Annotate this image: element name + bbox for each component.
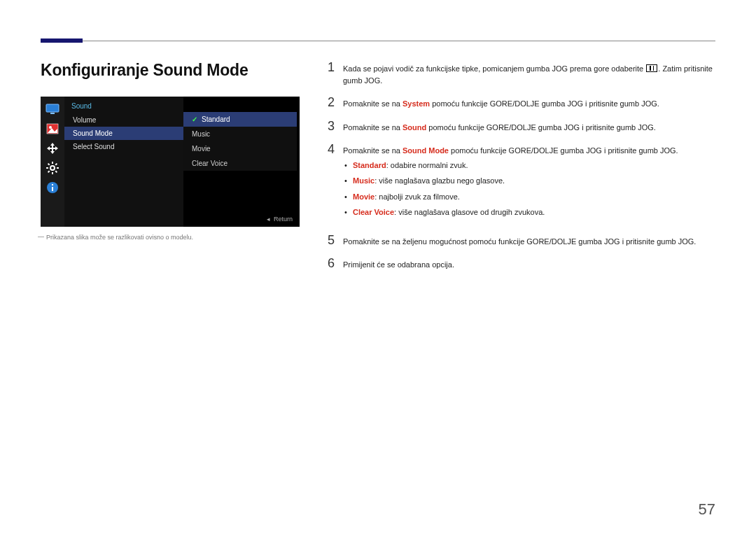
svg-line-13	[48, 171, 50, 172]
step-1: 1 Kada se pojavi vodič za funkcijske tip…	[325, 61, 715, 86]
osd-sub-clearvoice: Clear Voice	[183, 156, 297, 171]
svg-point-3	[49, 126, 52, 129]
step-3: 3 Pomaknite se na Sound pomoću funkcije …	[325, 120, 715, 134]
osd-row-sound-mode: Sound Mode	[64, 127, 183, 140]
picture-icon	[45, 122, 60, 136]
svg-rect-16	[52, 187, 53, 191]
gear-icon	[45, 161, 60, 175]
osd-return-hint: ◂ Return	[267, 216, 293, 223]
page-title: Konfiguriranje Sound Mode	[41, 61, 300, 80]
step-4: 4 Pomaknite se na Sound Mode pomoću funk…	[325, 143, 715, 224]
manual-page: Konfiguriranje Sound Mode Sound Volume S…	[0, 0, 756, 281]
osd-sidebar	[41, 97, 64, 227]
move-arrows-icon	[45, 141, 60, 155]
svg-rect-17	[52, 184, 53, 185]
svg-line-12	[55, 171, 57, 172]
svg-rect-0	[46, 104, 59, 112]
header-rule	[41, 41, 715, 41]
instruction-steps: 1 Kada se pojavi vodič za funkcijske tip…	[325, 61, 715, 271]
svg-line-14	[55, 164, 57, 165]
osd-sub-standard: ✓Standard	[183, 112, 297, 127]
osd-submenu-panel: ✓Standard Music Movie Clear Voice	[183, 112, 297, 171]
bullet-standard: Standard: odabire normalni zvuk.	[343, 160, 715, 171]
bullet-clearvoice: Clear Voice: više naglašava glasove od d…	[343, 206, 715, 218]
info-icon	[45, 181, 60, 195]
step-6: 6 Primijenit će se odabrana opcija.	[325, 257, 715, 271]
svg-line-11	[48, 164, 50, 165]
step-2: 2 Pomaknite se na System pomoću funkcije…	[325, 96, 715, 110]
svg-rect-5	[50, 148, 55, 149]
page-number: 57	[699, 500, 715, 519]
check-icon: ✓	[192, 115, 197, 123]
bullet-music: Music: više naglašava glazbu nego glasov…	[343, 175, 715, 187]
osd-menu-panel: Sound Volume Sound Mode Select Sound	[64, 97, 183, 227]
menu-grid-icon	[646, 64, 657, 72]
osd-menu-title: Sound	[64, 97, 183, 113]
monitor-icon	[45, 102, 60, 116]
svg-rect-1	[50, 113, 55, 114]
osd-sub-movie: Movie	[183, 141, 297, 156]
model-disclaimer: Prikazana slika može se razlikovati ovis…	[41, 234, 300, 241]
osd-screenshot: Sound Volume Sound Mode Select Sound ✓St…	[41, 97, 300, 227]
osd-row-volume: Volume	[64, 113, 183, 127]
step-5: 5 Pomaknite se na željenu mogućnost pomo…	[325, 234, 715, 248]
osd-sub-music: Music	[183, 127, 297, 141]
bullet-movie: Movie: najbolji zvuk za filmove.	[343, 191, 715, 203]
osd-row-select-sound: Select Sound	[64, 140, 183, 153]
svg-point-6	[50, 166, 55, 170]
option-bullets: Standard: odabire normalni zvuk. Music: …	[343, 160, 715, 218]
